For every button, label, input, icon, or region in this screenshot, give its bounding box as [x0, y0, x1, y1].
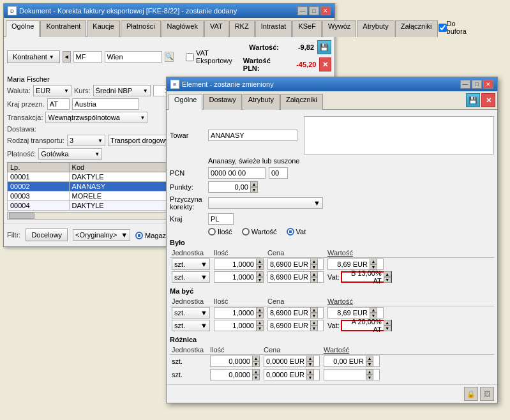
bylo-r2-ilosc-down[interactable]: ▼ [256, 277, 264, 283]
dialog-lock-btn[interactable]: 🔒 [464, 387, 478, 401]
dialog-delete-btn[interactable]: ✕ [481, 93, 495, 107]
roznica-r2-ilosc-input[interactable]: 0,0000 ▲ ▼ [210, 369, 260, 380]
tab-atrybuty[interactable]: Atrybuty [357, 20, 394, 37]
bylo-r2-ilosc-up[interactable]: ▲ [256, 271, 264, 277]
main-tab-bar: Ogólne Kontrahent Kaucje Płatności Nagłó… [4, 18, 334, 37]
punkty-spin-up[interactable]: ▲ [250, 181, 258, 187]
dialog-minimize-btn[interactable]: — [460, 80, 470, 89]
waluta-dropdown[interactable]: EUR ▼ [33, 85, 71, 96]
transport-num-arrow: ▼ [98, 138, 103, 144]
bylo-r2-vat-up[interactable]: ▲ [384, 271, 391, 277]
kontrahent-code-input[interactable] [73, 51, 102, 63]
roznica-r2-jm: szt. [172, 371, 183, 379]
search-icon[interactable]: 🔍 [165, 52, 174, 62]
mabye-r1-jm-dropdown[interactable]: szt. ▼ [172, 307, 210, 319]
bylo-r1-ilosc-input[interactable]: 1,0000 ▲ ▼ [214, 259, 264, 270]
mabye-header: Ma być [170, 287, 494, 295]
roznica-r2-wartosc-input[interactable]: ▲ ▼ [324, 369, 380, 380]
bylo-r1-jm-dropdown[interactable]: szt. ▼ [172, 259, 210, 270]
dialog-tab-atrybuty[interactable]: Atrybuty [243, 94, 280, 110]
mabye-r1-cena-input[interactable]: 8,6900 EUR ▲ ▼ [267, 307, 324, 319]
pcn-input2[interactable] [269, 167, 288, 179]
minimize-btn[interactable]: — [297, 6, 308, 15]
roznica-r1-wartosc-input[interactable]: 0,00 EUR ▲ ▼ [324, 356, 380, 367]
bylo-r2-jednostka: szt. ▼ [170, 271, 212, 283]
pcn-input1[interactable] [208, 167, 266, 179]
tab-platnosci[interactable]: Płatności [121, 20, 161, 37]
bylo-r1-cena-input[interactable]: 8,6900 EUR ▲ ▼ [267, 259, 324, 270]
bylo-r1-ilosc-up[interactable]: ▲ [256, 259, 264, 264]
tab-vat[interactable]: VAT [204, 20, 229, 37]
tab-wywoz[interactable]: Wywóz [322, 20, 356, 37]
bylo-r1-cena-up[interactable]: ▲ [310, 259, 318, 264]
mabye-r2-cena-input[interactable]: 8,6900 EUR ▲ ▼ [267, 320, 324, 331]
roznica-r2-cena-input[interactable]: 0,0000 EUR ▲ ▼ [264, 369, 320, 380]
tab-naglowek[interactable]: Nagłówek [161, 20, 204, 37]
dialog-image-btn[interactable]: 🖼 [480, 387, 494, 401]
tab-ksef[interactable]: KSeF [292, 20, 322, 37]
kraj-dialog-input[interactable] [208, 213, 234, 225]
punkty-label: Punkty: [170, 183, 205, 191]
kraj-code-input[interactable] [47, 98, 70, 110]
bylo-r2-jm-dropdown[interactable]: szt. ▼ [172, 271, 210, 283]
maximize-btn[interactable]: □ [309, 6, 319, 15]
tab-rkz[interactable]: RKZ [229, 20, 255, 37]
bylo-r1-wartosc-input[interactable]: 8,69 EUR ▲ ▼ [327, 259, 384, 270]
bylo-r2-ilosc-input[interactable]: 1,0000 ▲ ▼ [214, 271, 264, 283]
radio-ilosc[interactable]: Ilość [208, 228, 232, 236]
dialog-tab-dostawy[interactable]: Dostawy [203, 94, 241, 110]
mabye-r2-vat-input[interactable]: A 20,00% AT ▲ ▼ [341, 320, 392, 331]
kontrahent-btn[interactable]: Kontrahent ▼ [7, 50, 60, 63]
do-bufora-checkbox[interactable] [439, 24, 447, 32]
dialog-tab-zalaczniki[interactable]: Załączniki [280, 94, 323, 110]
close-btn[interactable]: ✕ [320, 6, 331, 15]
radio-ilosc-indicator [208, 228, 216, 236]
mabye-r1-wartosc-input[interactable]: 8,69 EUR ▲ ▼ [327, 307, 384, 319]
mabye-r2-jm-dropdown[interactable]: szt. ▼ [172, 320, 210, 331]
towar-scroll-area [304, 116, 494, 154]
bylo-r2-cena-up[interactable]: ▲ [310, 271, 318, 277]
dialog-tab-bar: Ogólne Dostawy Atrybuty Załączniki 💾 ✕ [167, 91, 497, 110]
platnosc-dropdown[interactable]: Gotówka ▼ [38, 148, 102, 160]
tab-ogolne[interactable]: Ogólne [6, 20, 40, 37]
vat-eksportowy-checkbox[interactable] [186, 53, 194, 61]
bylo-r1-ilosc-down[interactable]: ▼ [256, 264, 264, 270]
dialog-close-btn[interactable]: ✕ [483, 80, 493, 89]
mabye-r2-ilosc-input[interactable]: 1,0000 ▲ ▼ [214, 320, 264, 331]
tab-intrastat[interactable]: Intrastat [255, 20, 292, 37]
bylo-r2-cena-input[interactable]: 8,6900 EUR ▲ ▼ [267, 271, 324, 283]
przyczyna-dropdown[interactable]: ▼ [208, 197, 323, 209]
kraj-dialog-row: Kraj [170, 213, 494, 225]
kurs-dropdown[interactable]: Średni NBP ▼ [93, 85, 151, 96]
transakcja-dropdown[interactable]: Wewnątrzwspólnotowa ▼ [45, 112, 147, 123]
dialog-save-btn[interactable]: 💾 [466, 93, 480, 107]
bylo-col-cena: Cena [266, 248, 326, 258]
radio-wartosc[interactable]: Wartość [242, 228, 277, 236]
dialog-tab-ogolne[interactable]: Ogólne [169, 94, 202, 110]
mabye-r1-ilosc-input[interactable]: 1,0000 ▲ ▼ [214, 307, 264, 319]
radio-vat[interactable]: Vat [287, 228, 306, 236]
kraj-name-input[interactable] [72, 98, 139, 110]
oryginalny-dropdown[interactable]: <Oryginalny> ▼ [73, 229, 130, 241]
roznica-r1-ilosc-input[interactable]: 0,0000 ▲ ▼ [210, 356, 260, 367]
delete-btn[interactable]: ✕ [319, 57, 331, 71]
bylo-r1-w-up[interactable]: ▲ [370, 259, 377, 264]
towar-input[interactable] [208, 130, 297, 141]
bylo-r2-vat-down[interactable]: ▼ [384, 277, 391, 283]
docelowy-btn[interactable]: Docelowy [26, 229, 68, 241]
save-btn[interactable]: 💾 [317, 40, 331, 54]
kontrahent-side-btn[interactable]: ◄ [63, 51, 71, 63]
tab-zalaczniki[interactable]: Załączniki [395, 20, 438, 37]
transport-num-dropdown[interactable]: 3 ▼ [67, 135, 105, 146]
transport-num-value: 3 [70, 137, 73, 144]
dialog-maximize-btn[interactable]: □ [472, 80, 482, 89]
roznica-r1-cena-input[interactable]: 0,0000 EUR ▲ ▼ [264, 356, 320, 367]
bylo-r2-cena-down[interactable]: ▼ [310, 277, 318, 283]
bylo-r1-cena-down[interactable]: ▼ [310, 264, 318, 270]
tab-kontrahent[interactable]: Kontrahent [40, 20, 86, 37]
bylo-r2-vat-input[interactable]: B 13,00% AT ▲ ▼ [341, 271, 392, 283]
tab-kaucje[interactable]: Kaucje [87, 20, 120, 37]
punkty-input[interactable]: 0,00 ▲ ▼ [208, 181, 253, 193]
punkty-spin-down[interactable]: ▼ [250, 187, 258, 193]
kontrahent-city-input[interactable] [105, 51, 162, 63]
